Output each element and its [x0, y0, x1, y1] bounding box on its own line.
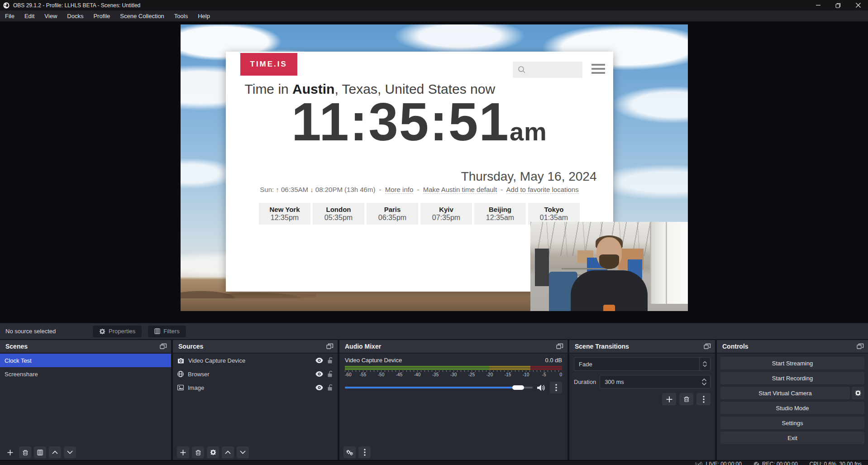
scene-transitions-panel-header[interactable]: Scene Transitions — [569, 340, 715, 354]
close-button[interactable] — [848, 0, 868, 10]
preview-area: TIME.IS Time in Austin, Texas, United St… — [0, 24, 868, 323]
plus-icon — [666, 396, 672, 403]
start-streaming-button[interactable]: Start Streaming — [720, 357, 864, 369]
popout-icon[interactable] — [704, 343, 711, 350]
duration-label: Duration — [574, 379, 596, 385]
world-clock-paris: Paris 06:35pm — [367, 203, 418, 225]
advanced-audio-properties-button[interactable] — [343, 446, 356, 458]
spin-down-icon[interactable] — [702, 383, 706, 385]
menu-file[interactable]: File — [0, 10, 19, 21]
obs-logo-icon — [3, 2, 10, 9]
virtual-camera-settings-button[interactable] — [852, 387, 864, 399]
time-meridiem: am — [510, 117, 547, 146]
mixer-menu-button[interactable] — [358, 446, 371, 458]
remove-transition-button[interactable] — [679, 393, 693, 405]
chevron-up-icon — [703, 361, 707, 364]
menu-edit[interactable]: Edit — [19, 10, 39, 21]
time-digits: 11:35:51 — [291, 92, 510, 152]
volume-slider[interactable] — [345, 387, 533, 388]
add-scene-button[interactable] — [4, 446, 16, 458]
menu-tools[interactable]: Tools — [169, 10, 193, 21]
source-item-image[interactable]: Image — [173, 381, 338, 394]
exit-button[interactable]: Exit — [720, 431, 864, 444]
camera-icon — [177, 358, 184, 364]
chevron-up-icon — [52, 451, 58, 454]
menu-view[interactable]: View — [39, 10, 62, 21]
remove-scene-button[interactable] — [19, 446, 31, 458]
mixer-channel-menu-button[interactable] — [550, 382, 562, 393]
popout-icon[interactable] — [556, 343, 563, 350]
current-date: Thursday, May 16, 2024 — [461, 169, 597, 184]
transition-select[interactable]: Fade — [574, 357, 711, 371]
popout-icon[interactable] — [326, 343, 334, 350]
add-source-button[interactable] — [177, 446, 189, 458]
restore-button[interactable] — [828, 0, 848, 10]
timeis-logo: TIME.IS — [240, 53, 297, 76]
chevron-down-icon — [67, 451, 73, 454]
lock-icon[interactable] — [327, 371, 333, 377]
webcam-person-beard — [599, 254, 619, 269]
spin-up-icon[interactable] — [702, 379, 706, 381]
chevron-down-icon — [240, 451, 246, 454]
remove-source-button[interactable] — [192, 446, 204, 458]
preview-canvas[interactable]: TIME.IS Time in Austin, Texas, United St… — [181, 24, 688, 311]
menu-help[interactable]: Help — [193, 10, 215, 21]
visibility-eye-icon[interactable] — [315, 371, 323, 377]
image-icon — [177, 385, 184, 390]
live-status: LIVE: 00:00:00 — [695, 461, 741, 465]
double-gear-icon — [346, 449, 353, 455]
heading-prefix: Time in — [245, 81, 293, 96]
move-scene-up-button[interactable] — [49, 446, 61, 458]
link-add-favorite: Add to favorite locations — [506, 186, 579, 194]
source-properties-button[interactable] — [207, 446, 219, 458]
world-clock-newyork: New York 12:35pm — [259, 203, 310, 225]
gear-icon — [99, 328, 105, 335]
source-item-video-capture[interactable]: Video Capture Device — [173, 354, 338, 367]
transition-menu-button[interactable] — [696, 393, 711, 405]
trash-icon — [196, 450, 201, 455]
duration-spinbox[interactable]: 300 ms — [600, 375, 711, 388]
start-virtual-camera-button[interactable]: Start Virtual Camera — [720, 387, 850, 399]
trash-icon — [684, 396, 689, 402]
lock-icon[interactable] — [327, 384, 333, 391]
start-recording-button[interactable]: Start Recording — [720, 372, 864, 384]
move-source-up-button[interactable] — [222, 446, 234, 458]
filters-button[interactable]: Filters — [148, 326, 186, 337]
audio-mixer-panel: Audio Mixer Video Capture Device 0.0 dB … — [339, 340, 568, 460]
source-item-browser[interactable]: Browser — [173, 367, 338, 381]
volume-slider-handle[interactable] — [512, 385, 524, 390]
scenes-panel-header[interactable]: Scenes — [0, 340, 171, 354]
webcam-source[interactable] — [530, 222, 688, 311]
move-source-down-button[interactable] — [237, 446, 249, 458]
scene-filters-button[interactable] — [34, 446, 46, 458]
move-scene-down-button[interactable] — [64, 446, 76, 458]
properties-button[interactable]: Properties — [93, 326, 142, 337]
plus-icon — [7, 450, 13, 455]
menu-docks[interactable]: Docks — [62, 10, 88, 21]
sources-panel-header[interactable]: Sources — [173, 340, 338, 354]
title-bar: OBS 29.1.2 - Profile: LLHLS BETA - Scene… — [0, 0, 868, 10]
studio-mode-button[interactable]: Studio Mode — [720, 402, 864, 414]
add-transition-button[interactable] — [662, 393, 676, 405]
visibility-eye-icon[interactable] — [315, 358, 323, 363]
world-clock-kyiv: Kyiv 07:35pm — [420, 203, 472, 225]
speaker-icon[interactable] — [537, 384, 545, 391]
scene-item-screenshare[interactable]: Screenshare — [0, 367, 171, 381]
search-icon — [517, 65, 526, 74]
menu-profile[interactable]: Profile — [88, 10, 115, 21]
minimize-button[interactable] — [808, 0, 828, 10]
menu-scene-collection[interactable]: Scene Collection — [115, 10, 169, 21]
popout-icon[interactable] — [160, 343, 167, 350]
popout-icon[interactable] — [857, 343, 864, 350]
audio-mixer-panel-header[interactable]: Audio Mixer — [339, 340, 568, 354]
controls-panel-header[interactable]: Controls — [717, 340, 868, 354]
world-clock-beijing: Beijing 12:35am — [474, 203, 526, 225]
window-title: OBS 29.1.2 - Profile: LLHLS BETA - Scene… — [13, 2, 140, 9]
hamburger-menu-icon — [591, 64, 605, 76]
visibility-eye-icon[interactable] — [315, 385, 323, 390]
scene-item-clock-test[interactable]: Clock Test — [0, 354, 171, 367]
lock-icon[interactable] — [327, 357, 333, 364]
stream-inactive-icon — [695, 461, 703, 465]
settings-button[interactable]: Settings — [720, 417, 864, 429]
source-toolbar: No source selected Properties Filters — [0, 323, 868, 339]
